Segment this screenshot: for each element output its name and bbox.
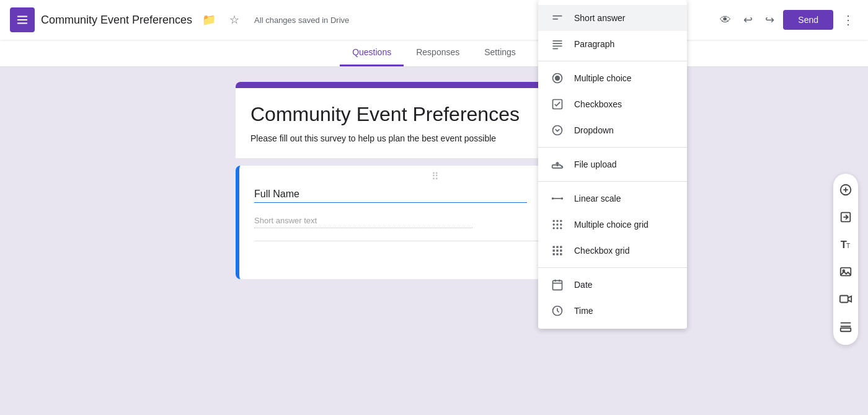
section-icon — [839, 319, 852, 336]
undo-icon: ↩ — [743, 13, 753, 27]
star-icon: ☆ — [229, 13, 239, 27]
app-icon — [10, 7, 35, 32]
svg-rect-46 — [841, 267, 851, 275]
add-image-button[interactable] — [833, 261, 858, 285]
svg-rect-34 — [553, 280, 562, 290]
svg-point-12 — [553, 126, 562, 135]
short-answer-placeholder: Short answer text — [254, 216, 472, 228]
eye-icon: 👁 — [720, 14, 731, 27]
divider-4 — [538, 267, 687, 268]
add-video-button[interactable] — [833, 288, 858, 313]
time-icon — [551, 304, 564, 318]
svg-point-20 — [556, 223, 558, 225]
dropdown-label-short-answer: Short answer — [574, 13, 625, 23]
dropdown-label-multiple-choice: Multiple choice — [574, 73, 632, 83]
tab-questions[interactable]: Questions — [340, 40, 404, 66]
title-text-icon: T T — [839, 238, 852, 254]
divider-1 — [538, 61, 687, 61]
dropdown-item-checkboxes[interactable]: Checkboxes — [538, 91, 687, 117]
svg-point-21 — [560, 223, 562, 225]
svg-rect-0 — [17, 16, 28, 17]
svg-point-19 — [553, 223, 555, 225]
folder-icon: 📁 — [202, 13, 216, 27]
dropdown-label-checkboxes: Checkboxes — [574, 99, 622, 109]
dropdown-label-paragraph: Paragraph — [574, 39, 614, 49]
dropdown-item-short-answer[interactable]: Short answer — [538, 5, 687, 31]
svg-rect-1 — [17, 19, 28, 20]
import-questions-button[interactable] — [833, 206, 858, 231]
tab-settings[interactable]: Settings — [472, 40, 528, 66]
redo-button[interactable]: ↪ — [761, 9, 778, 30]
svg-point-23 — [556, 227, 558, 229]
multiple-choice-icon — [551, 71, 564, 85]
multiple-choice-grid-icon — [551, 218, 564, 231]
dropdown-item-multiple-choice-grid[interactable]: Multiple choice grid — [538, 212, 687, 238]
divider-3 — [538, 181, 687, 182]
paragraph-icon — [551, 37, 564, 51]
dropdown-label-file-upload: File upload — [574, 159, 617, 169]
undo-button[interactable]: ↩ — [740, 9, 756, 30]
question-text-input[interactable] — [254, 186, 527, 203]
checkboxes-icon — [551, 97, 564, 111]
autosave-status: All changes saved in Drive — [254, 16, 349, 25]
dropdown-item-file-upload[interactable]: File upload — [538, 151, 687, 177]
svg-rect-51 — [841, 328, 851, 331]
svg-rect-48 — [840, 295, 848, 302]
more-options-button[interactable]: ⋮ — [838, 9, 858, 31]
svg-rect-33 — [560, 253, 562, 255]
dropdown-label-date: Date — [574, 280, 593, 290]
dropdown-item-linear-scale[interactable]: Linear scale — [538, 185, 687, 212]
svg-rect-31 — [553, 253, 555, 255]
tabs-bar: Questions Responses Settings — [0, 40, 868, 67]
svg-point-17 — [556, 220, 558, 222]
dropdown-item-checkbox-grid[interactable]: Checkbox grid — [538, 238, 687, 264]
svg-rect-28 — [553, 249, 555, 251]
header: Community Event Preferences 📁 ☆ All chan… — [0, 0, 868, 40]
linear-scale-icon — [551, 192, 564, 205]
divider-2 — [538, 147, 687, 148]
svg-point-18 — [560, 220, 562, 222]
date-icon — [551, 278, 564, 292]
short-answer-icon — [551, 11, 564, 25]
doc-title: Community Event Preferences — [41, 14, 192, 27]
svg-rect-30 — [560, 249, 562, 251]
svg-rect-32 — [556, 253, 558, 255]
svg-point-10 — [556, 76, 560, 81]
plus-circle-icon — [839, 183, 852, 200]
main-content: Community Event Preferences Please fill … — [0, 67, 868, 413]
add-section-button[interactable] — [833, 315, 858, 340]
svg-rect-2 — [17, 23, 28, 24]
svg-text:T: T — [846, 242, 850, 249]
header-right: 👁 ↩ ↪ Send ⋮ — [716, 9, 858, 31]
redo-icon: ↪ — [765, 13, 774, 27]
folder-button[interactable]: 📁 — [198, 9, 219, 30]
svg-rect-26 — [556, 246, 558, 248]
preview-button[interactable]: 👁 — [716, 10, 735, 30]
svg-point-24 — [560, 227, 562, 229]
file-upload-icon — [551, 158, 564, 171]
star-button[interactable]: ☆ — [226, 9, 243, 30]
svg-point-22 — [553, 227, 555, 229]
dropdown-item-dropdown[interactable]: Dropdown — [538, 117, 687, 143]
dropdown-label-time: Time — [574, 306, 593, 316]
dropdown-item-date[interactable]: Date — [538, 272, 687, 298]
dropdown-item-time[interactable]: Time — [538, 298, 687, 324]
tab-responses[interactable]: Responses — [404, 40, 472, 66]
right-toolbar: T T — [833, 174, 858, 345]
import-icon — [839, 210, 852, 227]
more-icon: ⋮ — [842, 13, 854, 27]
drag-handle: ⠿ — [432, 171, 440, 182]
svg-rect-25 — [553, 246, 555, 248]
add-title-button[interactable]: T T — [833, 233, 858, 258]
question-type-dropdown: Short answer Paragraph Multiple choice — [538, 0, 687, 329]
send-button[interactable]: Send — [783, 10, 833, 30]
dropdown-label-dropdown: Dropdown — [574, 125, 614, 135]
dropdown-item-multiple-choice[interactable]: Multiple choice — [538, 65, 687, 91]
dropdown-type-icon — [551, 123, 564, 137]
svg-point-15 — [561, 197, 563, 199]
dropdown-item-paragraph[interactable]: Paragraph — [538, 31, 687, 57]
add-question-button[interactable] — [833, 179, 858, 203]
svg-point-14 — [552, 197, 554, 199]
video-icon — [839, 292, 852, 309]
svg-point-16 — [553, 220, 555, 222]
